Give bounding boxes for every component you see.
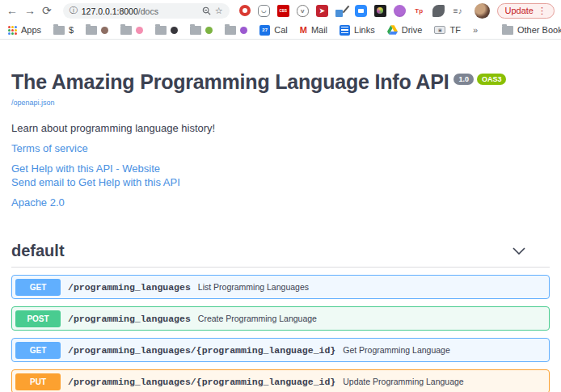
leaf-emoji-icon (205, 27, 213, 34)
calendar-icon: 27 (259, 25, 270, 36)
api-title-row: The Amazing Programming Language Info AP… (11, 70, 550, 94)
site-info-icon[interactable]: ⓘ (70, 5, 78, 16)
bookmark-label: Mail (311, 25, 327, 35)
horse-emoji-icon (101, 27, 108, 34)
pocket-extension-icon[interactable]: v (297, 5, 309, 17)
bookmark-links[interactable]: Links (340, 25, 375, 36)
art-square-extension-icon[interactable] (374, 5, 386, 17)
pinwheel-extension-icon[interactable] (432, 5, 445, 17)
endpoint-list: GET /programming_languages List Programm… (11, 275, 550, 392)
api-description: Learn about programming language history… (11, 122, 550, 134)
profile-avatar[interactable] (475, 3, 490, 19)
links-icon (340, 25, 350, 36)
contact-email-link[interactable]: Send email to Get Help with this API (11, 176, 550, 189)
bookmark-cal[interactable]: 27 Cal (259, 25, 288, 36)
bookmark-folder-leaf[interactable] (190, 26, 213, 35)
tp-extension-icon[interactable]: Tp (413, 5, 425, 17)
bookmark-label: Cal (274, 25, 288, 35)
color-picker-extension-icon[interactable] (335, 5, 348, 17)
oas3-badge: OAS3 (477, 74, 507, 85)
license-link[interactable]: Apache 2.0 (11, 196, 550, 209)
zoom-camera-extension-icon[interactable] (355, 5, 367, 17)
bookmark-label: TF (449, 25, 460, 35)
folder-icon (225, 26, 236, 35)
bookmark-label: Drive (402, 25, 423, 35)
bookmark-folder-grad-cap[interactable] (155, 26, 178, 35)
contact-website-link[interactable]: Get Help with this API - Website (11, 162, 550, 175)
version-badge: 1.0 (453, 74, 474, 85)
folder-icon (502, 26, 513, 35)
back-icon[interactable]: ← (6, 5, 18, 16)
folder-icon (190, 26, 201, 35)
reload-icon[interactable]: ⟳ (42, 5, 52, 16)
method-badge: PUT (15, 373, 61, 390)
endpoint-row-get-list[interactable]: GET /programming_languages List Programm… (11, 275, 550, 299)
url-host: 127.0.0.1:8000 (82, 6, 138, 16)
playlist-extension-icon[interactable]: ≡♪ (452, 5, 464, 17)
endpoint-row-get-one[interactable]: GET /programming_languages/{programming_… (11, 338, 550, 362)
bookmark-folder-purple-heart[interactable] (225, 26, 247, 35)
chat-bubble-extension-icon[interactable]: ◡ (258, 5, 270, 17)
method-badge: POST (15, 310, 61, 327)
bookmarks-overflow-icon[interactable]: » (473, 25, 478, 35)
update-button[interactable]: Update ⋮ (497, 3, 555, 19)
drive-icon (387, 25, 398, 35)
terms-of-service-link[interactable]: Terms of service (11, 142, 550, 155)
bookmark-drive[interactable]: Drive (387, 25, 423, 35)
endpoint-summary: List Programming Languages (198, 282, 309, 292)
endpoint-path: /programming_languages (68, 282, 191, 293)
openapi-json-link[interactable]: /openapi.json (11, 99, 55, 107)
update-label: Update (505, 6, 534, 15)
endpoint-summary: Update Programming Language (343, 377, 463, 386)
pink-emoji-icon (136, 27, 143, 34)
cbs-extension-icon[interactable]: CBS (277, 5, 289, 17)
red-circle-extension-icon[interactable] (239, 5, 251, 16)
url-path: /docs (138, 6, 158, 16)
url-text: 127.0.0.1:8000/docs (82, 3, 158, 18)
endpoint-summary: Get Programming Language (343, 345, 450, 355)
extensions-row: ◡ CBS v ➤ Tp ≡♪ Update ⋮ (239, 3, 555, 19)
endpoint-path: /programming_languages/{programming_lang… (68, 345, 335, 356)
section-title: default (11, 242, 65, 260)
endpoint-row-put-update[interactable]: PUT /programming_languages/{programming_… (11, 369, 550, 392)
folder-icon (155, 26, 167, 35)
chevron-down-icon[interactable] (512, 247, 525, 255)
endpoint-row-post-create[interactable]: POST /programming_languages Create Progr… (11, 306, 550, 331)
purple-heart-emoji-icon (240, 27, 247, 34)
bookmark-tf[interactable]: ▣ TF (434, 25, 460, 35)
bookmark-label: $ (69, 25, 74, 35)
bookmark-label: Links (354, 25, 375, 35)
bookmark-mail[interactable]: M Mail (300, 25, 327, 35)
zoom-level-icon[interactable] (202, 6, 211, 15)
bookmark-folder-pink[interactable] (120, 26, 143, 35)
gmail-icon: M (300, 25, 307, 35)
menu-kebab-icon[interactable]: ⋮ (538, 6, 546, 16)
bookmarks-bar: Apps $ 27 Cal M Mail Links (0, 21, 561, 40)
apps-grid-icon (8, 26, 17, 35)
bookmark-folder-horse[interactable] (86, 26, 108, 35)
purple-flower-extension-icon[interactable] (394, 5, 406, 17)
apps-label: Apps (21, 25, 41, 35)
endpoint-path: /programming_languages (68, 314, 191, 324)
forward-icon[interactable]: → (24, 5, 36, 16)
folder-icon (53, 26, 65, 35)
title-badges: 1.0 OAS3 (453, 74, 506, 85)
endpoint-path: /programming_languages/{programming_lang… (68, 377, 335, 387)
bookmark-folder-dollar[interactable]: $ (53, 25, 74, 35)
folder-icon (86, 26, 97, 35)
folder-icon (120, 26, 132, 35)
address-bar[interactable]: ⓘ 127.0.0.1:8000/docs ☆ (63, 3, 230, 19)
browser-toolbar: ← → ⟳ ⓘ 127.0.0.1:8000/docs ☆ ◡ CBS v ➤ … (0, 0, 561, 21)
method-badge: GET (15, 342, 61, 359)
other-bookmarks[interactable]: Other Bookmarks (502, 25, 561, 35)
swagger-docs-page: The Amazing Programming Language Info AP… (0, 40, 561, 392)
section-default-header[interactable]: default (11, 237, 550, 268)
apps-shortcut[interactable]: Apps (8, 25, 41, 35)
red-diamond-extension-icon[interactable]: ➤ (316, 5, 328, 17)
tf-card-icon: ▣ (434, 26, 445, 34)
bookmark-star-icon[interactable]: ☆ (215, 6, 223, 16)
endpoint-summary: Create Programming Language (198, 314, 317, 323)
other-bookmarks-label: Other Bookmarks (517, 25, 561, 35)
page-title: The Amazing Programming Language Info AP… (11, 70, 449, 94)
graduation-cap-emoji-icon (171, 27, 178, 34)
